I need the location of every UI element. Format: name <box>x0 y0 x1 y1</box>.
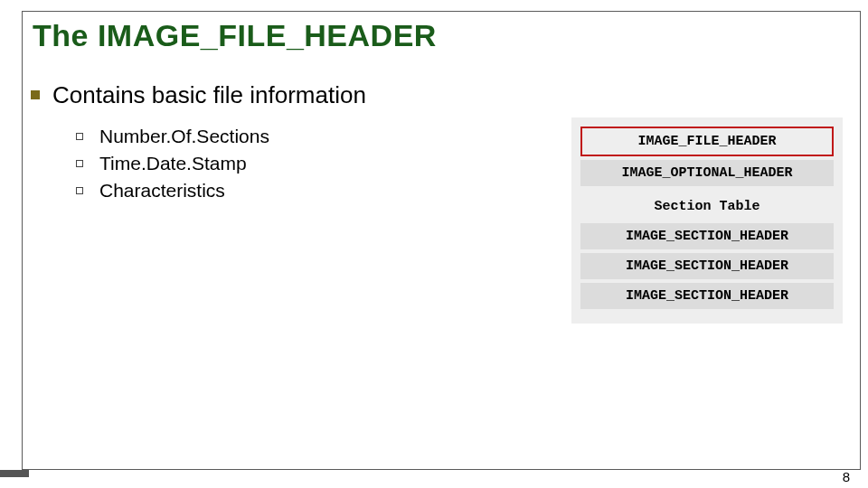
pe-structure-diagram: IMAGE_FILE_HEADER IMAGE_OPTIONAL_HEADER … <box>571 117 843 324</box>
diagram-box: IMAGE_SECTION_HEADER <box>580 223 834 249</box>
bullet-row: Contains basic file information <box>31 81 850 109</box>
diagram-label: Section Table <box>571 190 843 220</box>
diagram-box-highlighted: IMAGE_FILE_HEADER <box>580 127 834 156</box>
hollow-square-icon <box>76 160 83 167</box>
page-number: 8 <box>843 469 850 484</box>
diagram-box: IMAGE_SECTION_HEADER <box>580 253 834 279</box>
diagram-box: IMAGE_OPTIONAL_HEADER <box>580 160 834 186</box>
sub-bullet-text: Characteristics <box>99 180 225 202</box>
bullet-text: Contains basic file information <box>52 81 366 109</box>
hollow-square-icon <box>76 187 83 194</box>
hollow-square-icon <box>76 133 83 140</box>
slide-title: The IMAGE_FILE_HEADER <box>33 18 442 53</box>
sub-bullet-text: Number.Of.Sections <box>99 126 269 147</box>
sub-bullet-text: Time.Date.Stamp <box>99 153 247 174</box>
diagram-box: IMAGE_SECTION_HEADER <box>580 283 834 309</box>
decorative-shadow <box>0 470 29 477</box>
square-bullet-icon <box>31 90 40 99</box>
